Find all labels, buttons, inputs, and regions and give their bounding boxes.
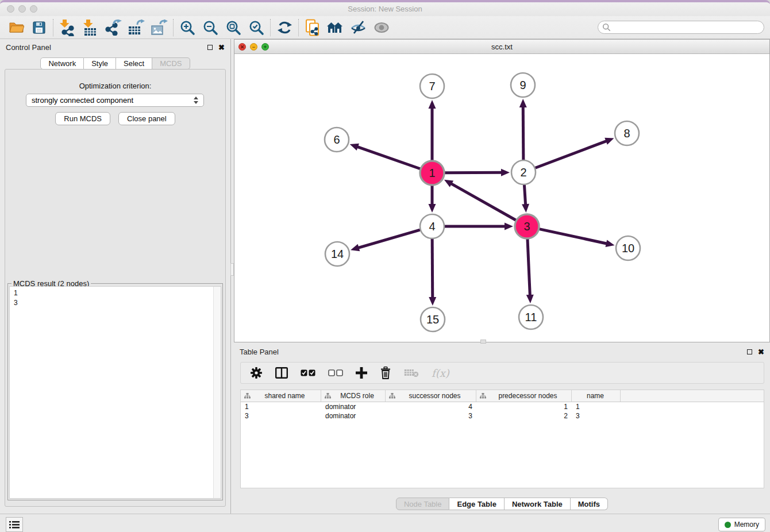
control-panel-header: Control Panel ✖: [0, 39, 230, 55]
table-panel: Table Panel ✖: [234, 344, 770, 514]
column-header-predecessor-nodes[interactable]: predecessor nodes: [476, 390, 572, 402]
edge-2-8[interactable]: [536, 141, 607, 168]
toolbar-separator: [298, 19, 299, 36]
edge-arrowhead: [505, 223, 513, 230]
edge-4-14[interactable]: [358, 230, 420, 248]
table-cell[interactable]: 3: [572, 411, 621, 421]
zoom-fit-icon[interactable]: [222, 18, 245, 37]
tab-style[interactable]: Style: [84, 57, 116, 70]
column-header-shared-name[interactable]: shared name: [241, 390, 321, 402]
attribute-type-icon: [244, 393, 251, 399]
gear-icon[interactable]: [250, 367, 263, 379]
search-input[interactable]: [614, 22, 764, 33]
close-table-panel-icon[interactable]: ✖: [758, 348, 764, 356]
edge-arrowhead: [429, 297, 436, 306]
float-panel-icon[interactable]: [207, 45, 213, 50]
toolbar-separator: [173, 19, 174, 36]
import-network-icon[interactable]: [56, 18, 79, 37]
table-row[interactable]: 3dominator323: [241, 411, 764, 421]
tab-network[interactable]: Network: [40, 57, 84, 70]
window-title: Session: New Session: [0, 5, 770, 13]
apply-layout-icon[interactable]: [273, 18, 296, 37]
show-all-icon[interactable]: [370, 18, 393, 37]
optimization-label: Optimization criterion:: [5, 82, 225, 90]
zoom-in-icon[interactable]: [176, 18, 199, 37]
column-header-successor-nodes[interactable]: successor nodes: [386, 390, 476, 402]
graph-node-label: 7: [429, 80, 435, 92]
edge-2-9[interactable]: [523, 106, 523, 160]
edge-1-6[interactable]: [357, 147, 420, 169]
tab-select[interactable]: Select: [116, 57, 152, 70]
table-panel-header: Table Panel ✖: [234, 344, 770, 360]
tab-network-table[interactable]: Network Table: [505, 498, 571, 510]
table-cell[interactable]: 1: [476, 402, 572, 411]
memory-button[interactable]: Memory: [718, 518, 765, 531]
tab-motifs[interactable]: Motifs: [571, 498, 608, 510]
memory-status-icon: [725, 522, 731, 528]
mcds-result-text[interactable]: 13: [9, 286, 221, 499]
table-cell[interactable]: 3: [241, 411, 321, 421]
close-panel-icon[interactable]: ✖: [218, 44, 225, 51]
edge-arrowhead: [501, 169, 510, 176]
edge-4-15[interactable]: [432, 239, 433, 298]
export-image-icon[interactable]: [148, 18, 171, 37]
table-cell[interactable]: 3: [386, 411, 476, 421]
save-session-icon[interactable]: [28, 18, 51, 37]
zoom-out-icon[interactable]: [199, 18, 222, 37]
result-scrollbar[interactable]: [213, 287, 221, 498]
table-cell[interactable]: dominator: [321, 402, 386, 411]
table-cell[interactable]: 2: [476, 411, 572, 421]
export-network-icon[interactable]: [102, 18, 125, 37]
tab-edge-table[interactable]: Edge Table: [449, 498, 504, 510]
function-builder-icon: f(x): [432, 367, 449, 379]
mcds-panel: Optimization criterion: strongly connect…: [5, 69, 226, 507]
criterion-select[interactable]: strongly connected component: [26, 94, 204, 107]
column-header-name[interactable]: name: [572, 390, 621, 402]
edge-arrowhead: [519, 99, 527, 107]
network-canvas[interactable]: 1234678910111415: [234, 54, 769, 342]
search-field[interactable]: [598, 21, 764, 34]
attribute-type-icon: [480, 393, 486, 399]
edge-3-11[interactable]: [528, 239, 530, 296]
edge-arrowhead: [429, 204, 436, 213]
result-line: 1: [14, 288, 221, 298]
tab-node-table[interactable]: Node Table: [396, 498, 450, 510]
table-cell[interactable]: 1: [241, 402, 321, 411]
split-pane-icon[interactable]: [275, 367, 288, 379]
open-session-icon[interactable]: [5, 18, 28, 37]
memory-label: Memory: [734, 521, 759, 529]
check-all-columns-icon[interactable]: [301, 369, 315, 376]
toolbar-separator: [270, 19, 271, 36]
table-cell[interactable]: 4: [386, 402, 476, 411]
task-history-button[interactable]: [6, 517, 23, 532]
import-table-icon[interactable]: [79, 18, 102, 37]
float-table-panel-icon[interactable]: [747, 349, 752, 354]
criterion-value: strongly connected component: [32, 96, 133, 105]
first-neighbors-icon[interactable]: [324, 18, 347, 37]
uncheck-all-columns-icon[interactable]: [328, 369, 343, 376]
table-cell[interactable]: dominator: [321, 411, 386, 421]
table-cell[interactable]: 1: [572, 402, 621, 411]
node-table[interactable]: shared nameMCDS rolesuccessor nodesprede…: [240, 390, 764, 488]
edge-2-3[interactable]: [524, 185, 525, 205]
status-bar: Memory: [0, 514, 770, 532]
column-header-MCDS-role[interactable]: MCDS role: [321, 390, 386, 402]
zoom-selected-icon[interactable]: [245, 18, 268, 37]
edge-3-1[interactable]: [451, 183, 516, 220]
hide-selected-icon[interactable]: [347, 18, 370, 37]
network-close-button[interactable]: ✕: [238, 43, 246, 51]
delete-column-icon[interactable]: [380, 367, 391, 379]
add-column-icon[interactable]: [356, 367, 367, 379]
horizontal-splitter-handle[interactable]: [480, 340, 486, 344]
delete-table-icon: [404, 368, 419, 377]
clone-network-icon[interactable]: [301, 18, 324, 37]
network-maximize-button[interactable]: +: [261, 43, 269, 51]
run-mcds-button[interactable]: Run MCDS: [55, 112, 110, 125]
tab-mcds[interactable]: MCDS: [152, 57, 190, 70]
export-table-icon[interactable]: [125, 18, 148, 37]
edge-1-2[interactable]: [445, 172, 502, 173]
edge-3-10[interactable]: [540, 229, 607, 244]
table-row[interactable]: 1dominator411: [241, 402, 764, 411]
network-minimize-button[interactable]: −: [250, 43, 257, 51]
close-panel-button[interactable]: Close panel: [118, 112, 175, 125]
